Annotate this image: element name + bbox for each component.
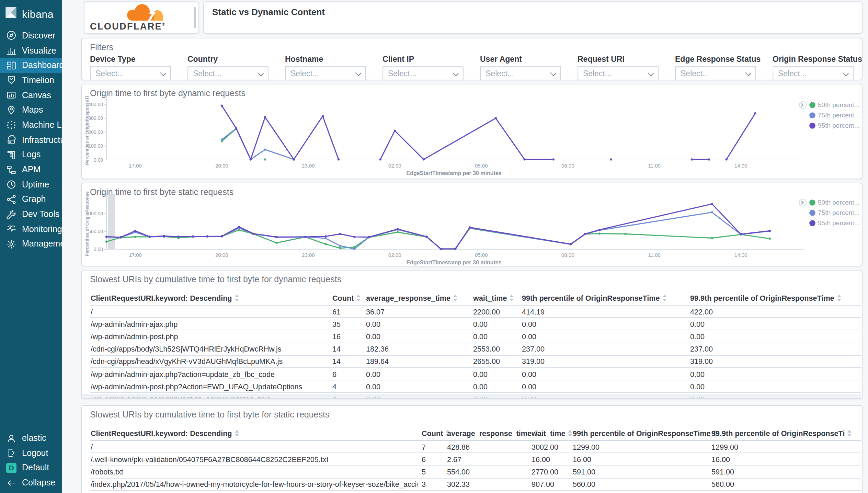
value-cell: 14 [332,343,341,355]
sort-icon[interactable] [453,295,458,301]
sidebar-item-discover[interactable]: Discover [0,28,62,43]
sidebar-item-visualize[interactable]: Visualize [0,43,62,58]
static-ttfb-chart-panel: Origin time to first byte static request… [81,183,863,266]
filter-select[interactable]: Select... [675,66,756,80]
value-cell: 3 [422,478,426,490]
sidebar-item-dashboard[interactable]: Dashboard [0,58,62,73]
column-header[interactable]: 99th percentile of OriginResponseTime [522,291,667,305]
svg-text:EdgeStartTimestamp per 30 minu: EdgeStartTimestamp per 30 minutes [406,170,501,176]
value-cell: 1131.00 [532,491,558,493]
filter-select[interactable]: Select... [578,66,659,80]
sidebar-item-label: Maps [22,105,43,115]
filter-select[interactable]: Select... [285,66,366,80]
value-cell: 16.00 [532,453,550,465]
value-cell: 0.00 [473,331,488,342]
table-row[interactable]: /6136.072200.00414.19422.00 [90,306,861,318]
sort-icon[interactable] [837,295,842,301]
sidebar-footer-collapse[interactable]: Collapse [0,475,62,490]
select-placeholder: Select... [383,69,416,77]
sort-icon[interactable] [510,295,514,301]
table-row[interactable]: /.well-known/pki-validation/054075F6A27B… [90,453,861,466]
sidebar-item-infrastructure[interactable]: Infrastructure [0,133,62,147]
sidebar-item-timelion[interactable]: Timelion [0,73,62,88]
filter-select[interactable]: Select... [90,66,171,80]
sidebar-item-label: APM [22,165,41,174]
column-header[interactable]: wait_time [532,426,573,440]
filter-select[interactable]: Select... [382,66,464,80]
value-cell: 560.00 [573,478,595,490]
column-header[interactable]: average_response_time [366,291,458,305]
table-row[interactable]: /cdn-cgi/apps/head/xVgyKhR-vV3dAUGhMqfBc… [90,356,861,368]
panel-scrollbar[interactable] [194,7,196,28]
filter-label: Client IP [382,55,464,63]
table-row[interactable]: /robots.txt5554.002770.00591.00591.00 [90,466,861,478]
sort-icon[interactable] [235,295,240,301]
uri-cell: /cdn-cgi/apps/body/3Lh52SjWTQ4HRlErJykHq… [91,343,282,355]
table-row[interactable]: /wp-admin/admin-ajax.php?action=update_z… [90,368,861,380]
dots-grid-icon [6,120,16,130]
column-header[interactable]: average_response_time [447,426,539,440]
sidebar-footer-elastic[interactable]: elastic [0,431,62,446]
flow-nodes-icon [6,164,16,175]
table-row[interactable]: /index.php/2017/05/14/how-i-owned-my-mot… [90,478,861,491]
sidebar-item-monitoring[interactable]: Monitoring [0,222,62,237]
kibana-brand: kibana [0,0,62,28]
filter-select[interactable]: Select... [187,66,269,80]
column-header[interactable]: 99.9th percentile of OriginResponseTime [690,291,842,305]
table-row[interactable]: /wp-admin/admin-ajax.php350.000.000.000.… [90,318,861,330]
sidebar-footer-logout[interactable]: Logout [0,446,62,460]
value-cell: 319.00 [690,356,713,367]
sidebar-item-canvas[interactable]: Canvas [0,88,62,103]
cloudflare-cloud-icon [84,2,199,23]
sidebar-item-label: Dev Tools [22,209,59,219]
column-header[interactable]: ClientRequestURI.keyword: Descending [91,291,240,305]
svg-text:20:00: 20:00 [215,163,228,169]
column-header[interactable]: Count [422,426,450,440]
uri-cell: /robots.txt [91,466,123,478]
sort-icon[interactable] [356,295,361,301]
table-row[interactable]: /cdn-cgi/apps/body/3Lh52SjWTQ4HRlErJykHq… [90,343,861,355]
sidebar-item-graph[interactable]: Graph [0,192,62,207]
value-cell: 377.00 [447,491,470,493]
column-header[interactable]: 99.9th percentile of OriginResponseTi [711,426,852,440]
sidebar-footer-default[interactable]: DDefault [0,460,62,475]
sidebar-item-maps[interactable]: Maps [0,103,62,117]
value-cell: 319.00 [522,356,545,367]
value-cell: 0.00 [366,368,380,380]
filter-select[interactable]: Select... [480,66,561,80]
sidebar-item-machine-le[interactable]: Machine Le... [0,117,62,132]
sidebar-item-dev-tools[interactable]: Dev Tools [0,207,62,222]
filter-label: Country [187,55,269,63]
horizontal-scrollbar[interactable] [82,394,861,398]
value-cell: 16.00 [711,453,730,465]
sidebar-item-logs[interactable]: Logs [0,147,62,162]
sort-icon[interactable] [235,430,240,437]
sidebar-item-management[interactable]: Management [0,237,62,251]
dashboard-title-panel: Static vs Dynamic Content [203,1,863,34]
sort-icon[interactable] [663,295,667,301]
column-header[interactable]: ClientRequestURI.keyword: Descending [91,426,240,440]
column-header[interactable]: wait_time [473,291,514,305]
filter-label: User Agent [480,55,561,63]
column-header[interactable]: Count [332,291,361,305]
table-row[interactable]: /wp-admin/admin-post.php?Action=EWD_UFAQ… [90,380,861,393]
select-placeholder: Select... [286,69,319,77]
sidebar-item-uptime[interactable]: Uptime [0,177,62,192]
value-cell: 3002.00 [532,441,558,452]
sort-icon[interactable] [847,430,852,437]
value-cell: 189.64 [366,356,389,367]
svg-text:23:00: 23:00 [302,163,315,169]
filter-edge-response-status: Edge Response StatusSelect... [675,55,756,80]
svg-text:17:00: 17:00 [129,252,142,258]
filter-select[interactable]: Select... [773,66,854,80]
column-header[interactable]: 99th percentile of OriginResponseTime [573,426,718,440]
dashboard-grid-icon [6,60,16,70]
table-row[interactable]: /wp-admin/admin-post.php160.000.000.000.… [90,331,861,343]
sort-icon[interactable] [568,430,573,437]
svg-text:Percentiles of OriginResponse: Percentiles of OriginResponse [84,191,90,256]
filter-label: Hostname [285,55,366,63]
table-row[interactable]: /index.php/author/camiliame/3377.001131.… [90,491,861,493]
sidebar-item-apm[interactable]: APM [0,162,62,177]
table-row[interactable]: /7428.863002.001299.001299.00 [90,441,861,453]
uri-cell: /index.php/2017/05/14/how-i-owned-my-mot… [91,478,418,490]
